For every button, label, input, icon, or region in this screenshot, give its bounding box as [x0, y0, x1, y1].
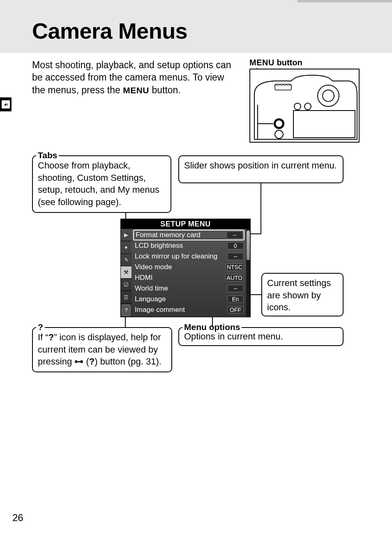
annotation-tabs-label: Tabs [36, 150, 59, 160]
camera-lcd-menu: SETUP MENU ▶●✎⚒☑☰? Format memory card--L… [120, 219, 251, 317]
connector [251, 294, 261, 295]
intro-menu-word: MENU [123, 85, 149, 95]
page-title: Camera Menus [32, 18, 187, 44]
camera-illustration [250, 69, 359, 142]
lcd-item-value: 0 [227, 242, 244, 249]
connector [250, 233, 261, 234]
lcd-item-value: En [227, 295, 244, 303]
side-tab-icon: ☙ [0, 97, 12, 111]
svg-point-4 [304, 103, 311, 110]
annotation-help-label: ? [36, 322, 45, 332]
menu-caption-menu: MENU [249, 58, 274, 67]
page-number: 26 [12, 512, 23, 524]
lcd-menu-item: Video modeNTSC [133, 262, 244, 272]
lcd-title: SETUP MENU [121, 219, 250, 229]
connector [125, 213, 126, 219]
annotation-settings-text: Current settings are shown by icons. [262, 274, 343, 318]
lcd-item-name: Image comment [135, 306, 185, 314]
lcd-menu-item: Image commentOFF [133, 305, 244, 315]
svg-rect-0 [293, 111, 355, 138]
menu-button-caption: MENU button [249, 58, 302, 67]
lcd-tab: ☰ [121, 291, 131, 303]
lcd-item-name: HDMI [135, 274, 152, 282]
intro-post: button. [149, 85, 181, 95]
lcd-item-name: Video mode [135, 263, 172, 271]
lcd-item-name: Lock mirror up for cleaning [135, 252, 217, 261]
svg-point-2 [323, 90, 334, 102]
annotation-slider: Slider shows position in current menu. [178, 155, 344, 183]
lcd-item-value: -- [227, 253, 244, 260]
lcd-tab: ? [122, 305, 131, 316]
lcd-tab: ⚒ [121, 266, 131, 279]
lcd-tab-strip: ▶●✎⚒☑☰? [121, 229, 131, 317]
camera-figure [249, 69, 360, 143]
lcd-scroll-thumb [247, 231, 250, 260]
lcd-item-name: LCD brightness [135, 242, 183, 250]
lcd-menu-item: LCD brightness0 [133, 240, 244, 251]
annotation-settings: Current settings are shown by icons. [261, 273, 344, 316]
lcd-item-name: World time [135, 284, 168, 293]
lcd-item-value: -- [226, 231, 243, 239]
lcd-item-name: Language [135, 295, 166, 303]
lcd-menu-item: World time-- [133, 283, 244, 294]
lcd-menu-item: HDMIAUTO [133, 272, 244, 283]
lcd-item-value: AUTO [225, 274, 244, 282]
lcd-menu-item: LanguageEn [133, 294, 244, 305]
annotation-options: Menu options Options in current menu. [178, 327, 344, 346]
intro-paragraph: Most shooting, playback, and setup optio… [32, 59, 238, 96]
lcd-tab: ▶ [121, 229, 131, 241]
annotation-help-text: If “?” icon is displayed, help for curre… [33, 328, 171, 372]
lcd-menu-list: Format memory card--LCD brightness0Lock … [131, 229, 246, 317]
connector [125, 317, 126, 327]
lcd-tab: ✎ [121, 254, 131, 266]
lcd-item-value: -- [227, 285, 244, 292]
lcd-menu-item: Format memory card-- [133, 230, 244, 240]
lcd-item-value: NTSC [226, 263, 244, 271]
lcd-tab: ● [121, 241, 131, 254]
connector [212, 317, 213, 327]
svg-point-6 [276, 120, 282, 127]
svg-point-3 [294, 103, 301, 110]
annotation-slider-text: Slider shows position in current menu. [179, 156, 343, 176]
svg-point-7 [275, 130, 283, 138]
lcd-tab: ☑ [121, 279, 131, 291]
lcd-scrollbar [246, 229, 250, 317]
lcd-menu-item: Lock mirror up for cleaning-- [133, 251, 244, 262]
annotation-help: ? If “?” icon is displayed, help for cur… [32, 327, 172, 372]
lcd-item-value: OFF [227, 306, 244, 314]
annotation-tabs: Tabs Choose from playback, shooting, Cus… [32, 155, 171, 213]
menu-caption-label: button [274, 58, 302, 67]
annotation-tabs-text: Choose from playback, shooting, Custom S… [33, 156, 171, 212]
lcd-item-name: Format memory card [136, 231, 201, 239]
connector [261, 183, 261, 234]
